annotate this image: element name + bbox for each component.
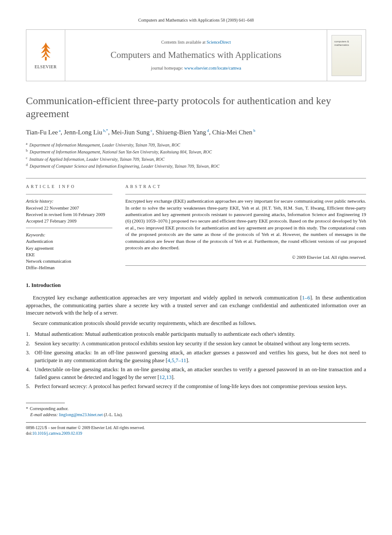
author-affil-sup: b,*: [102, 128, 108, 133]
author-list: Tian-Fu Lee a, Jenn-Long Liu b,*, Mei-Ji…: [26, 128, 366, 137]
keyword: EKE: [26, 252, 112, 258]
keywords-label: Keywords:: [26, 232, 112, 238]
contents-prefix: Contents lists available at: [161, 40, 207, 45]
author-affil-sup: b: [252, 128, 255, 133]
abstract-copyright: © 2009 Elsevier Ltd. All rights reserved…: [125, 255, 366, 261]
list-item: 3.Off-line guessing attacks: In an off-l…: [26, 349, 366, 364]
journal-cover-icon: [331, 35, 362, 76]
author-name: Shiueng-Bien Yang: [156, 129, 206, 136]
issn-line: 0898-1221/$ – see front matter © 2009 El…: [26, 425, 366, 431]
affiliation-line: b Department of Information Management, …: [26, 148, 366, 155]
journal-homepage-line: journal homepage: www.elsevier.com/locat…: [151, 65, 241, 71]
abstract-text: Encrypted key exchange (EKE) authenticat…: [125, 198, 366, 251]
contents-available-line: Contents lists available at ScienceDirec…: [161, 39, 231, 45]
author-name: Mei-Jiun Sung: [112, 129, 150, 136]
author-affil-sup: a: [58, 128, 61, 133]
publisher-logo-block: ELSEVIER: [26, 30, 65, 81]
keyword: Network communication: [26, 258, 112, 264]
article-info-sidebar: ARTICLE INFO Article history: Received 2…: [26, 178, 112, 271]
footnote-rule: [26, 403, 65, 403]
email-label: E-mail address:: [30, 412, 58, 417]
bottom-rule: [26, 422, 366, 423]
history-label: Article history:: [26, 198, 112, 204]
history-line: Received 22 November 2007: [26, 205, 112, 211]
affiliation-line: d Department of Computer Science and Inf…: [26, 162, 366, 169]
elsevier-tree-icon: [37, 41, 55, 62]
masthead: ELSEVIER Contents lists available at Sci…: [26, 29, 366, 81]
doi-link[interactable]: 10.1016/j.camwa.2009.02.039: [32, 431, 82, 436]
article-info-row: ARTICLE INFO Article history: Received 2…: [26, 178, 366, 271]
homepage-prefix: journal homepage:: [151, 66, 184, 70]
svg-rect-0: [45, 57, 46, 61]
email-who: (J.-L. Liu).: [104, 412, 123, 417]
author-name: Tian-Fu Lee: [26, 129, 58, 136]
doi-prefix: doi:: [26, 431, 32, 436]
list-item: 5.Perfect forward secrecy: A protocol ha…: [26, 383, 366, 391]
affiliation-line: c Institute of Applied Information, Lead…: [26, 156, 366, 162]
keywords-block: Keywords: AuthenticationKey agreementEKE…: [26, 232, 112, 271]
article-info-head: ARTICLE INFO: [26, 184, 112, 190]
article-history: Article history: Received 22 November 20…: [26, 198, 112, 224]
requirements-list: 1.Mutual authentication: Mutual authenti…: [26, 331, 366, 391]
list-number: 5.: [26, 383, 35, 391]
masthead-center: Contents lists available at ScienceDirec…: [65, 30, 327, 81]
keyword: Diffie–Hellman: [26, 264, 112, 271]
author-affil-sup: c: [150, 128, 152, 133]
list-body: Session key security: A communication pr…: [35, 340, 366, 348]
affiliations: a Department of Information Management, …: [26, 141, 366, 169]
keyword: Authentication: [26, 238, 112, 245]
email-link[interactable]: linglong@ms23.hinet.net: [59, 412, 102, 417]
article-title: Communication-efficient three-party prot…: [26, 94, 366, 120]
abstract-head: ABSTRACT: [125, 184, 366, 190]
journal-name: Computers and Mathematics with Applicati…: [111, 49, 281, 61]
list-number: 2.: [26, 340, 35, 348]
author-affil-sup: d: [206, 128, 209, 133]
author-name: Chia-Mei Chen: [212, 129, 252, 136]
list-body: Mutual authentication: Mutual authentica…: [35, 331, 366, 338]
list-body: Undetectable on-line guessing attacks: I…: [35, 366, 366, 381]
abstract-block: ABSTRACT Encrypted key exchange (EKE) au…: [125, 178, 366, 271]
doi-line: doi:10.1016/j.camwa.2009.02.039: [26, 431, 366, 436]
intro-para-2: Secure communication protocols should pr…: [26, 320, 366, 328]
citation-link[interactable]: 1–6: [302, 295, 310, 301]
list-body: Perfect forward secrecy: A protocol has …: [35, 383, 366, 391]
cover-thumb-block: [327, 30, 366, 81]
author-name: Jenn-Long Liu: [64, 129, 102, 136]
journal-homepage-link[interactable]: www.elsevier.com/locate/camwa: [184, 66, 241, 70]
sciencedirect-link[interactable]: ScienceDirect: [207, 40, 231, 45]
list-number: 3.: [26, 349, 35, 364]
keyword: Key agreement: [26, 245, 112, 252]
affiliation-line: a Department of Information Management, …: [26, 141, 366, 148]
star-icon: *: [26, 406, 28, 411]
publisher-name: ELSEVIER: [35, 64, 57, 70]
list-body: Off-line guessing attacks: In an off-lin…: [35, 349, 366, 364]
para1-pre: Encrypted key exchange authentication ap…: [33, 295, 302, 301]
citation-link[interactable]: 12,13: [159, 374, 172, 380]
running-head: Computers and Mathematics with Applicati…: [26, 17, 366, 23]
citation-link[interactable]: 4,5,7–11: [168, 357, 186, 363]
list-number: 1.: [26, 331, 35, 338]
history-line: Received in revised form 16 February 200…: [26, 211, 112, 218]
corresponding-author-footnote: *Corresponding author. E-mail address: l…: [26, 406, 366, 418]
corresponding-text: Corresponding author.: [30, 406, 68, 411]
copyright-block: 0898-1221/$ – see front matter © 2009 El…: [26, 425, 366, 437]
list-item: 2.Session key security: A communication …: [26, 340, 366, 348]
history-line: Accepted 27 February 2009: [26, 218, 112, 224]
section-1-head: 1. Introduction: [26, 282, 366, 290]
intro-para-1: Encrypted key exchange authentication ap…: [26, 294, 366, 317]
list-number: 4.: [26, 366, 35, 381]
list-item: 4.Undetectable on-line guessing attacks:…: [26, 366, 366, 381]
list-item: 1.Mutual authentication: Mutual authenti…: [26, 331, 366, 338]
